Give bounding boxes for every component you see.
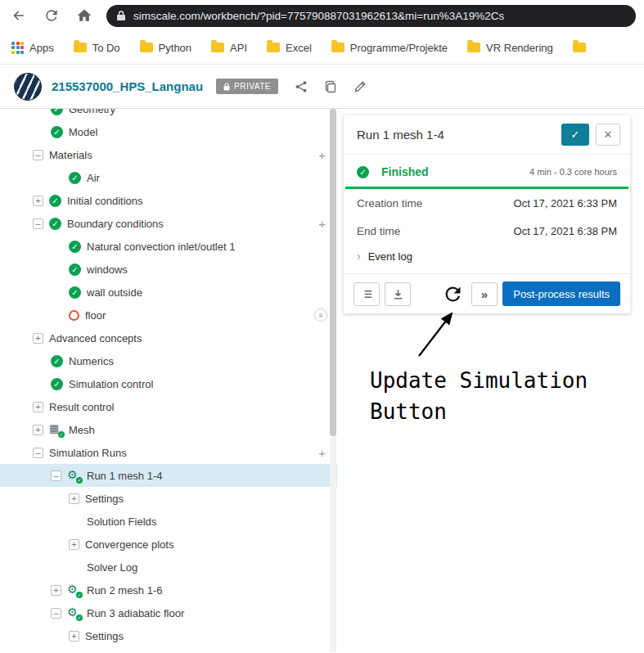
tree-expander-icon[interactable]: –	[33, 218, 43, 229]
copy-icon[interactable]	[324, 80, 337, 93]
chevron-right-icon: ›	[357, 250, 361, 263]
tree-row[interactable]: ✓Air	[0, 166, 337, 189]
more-actions-button[interactable]: »	[471, 282, 498, 306]
address-bar[interactable]: simscale.com/workbench/?pid=775790887031…	[106, 5, 636, 27]
event-log-label: Event log	[368, 250, 412, 263]
double-chevron-icon: »	[481, 287, 488, 301]
status-check-icon: ✓	[51, 126, 63, 138]
tree-expander-icon[interactable]: +	[33, 196, 43, 206]
folder-icon	[267, 43, 280, 52]
tree-expander-icon[interactable]: –	[51, 471, 61, 481]
tree-row[interactable]: +Advanced concepts	[0, 326, 337, 349]
home-icon[interactable]	[74, 5, 95, 26]
tree-row[interactable]: ✓Geometry	[0, 109, 337, 120]
run-gears-icon: ⚙✓	[67, 583, 81, 597]
tree-expander-icon[interactable]: +	[69, 493, 79, 504]
bookmark-item[interactable]: Apps	[11, 42, 54, 54]
run-gears-icon: ⚙✓	[67, 606, 81, 619]
event-log-toggle[interactable]: › Event log	[344, 245, 630, 273]
back-icon[interactable]	[8, 5, 29, 26]
bookmark-item[interactable]: To Do	[74, 42, 120, 54]
tree-item-label: Run 1 mesh 1-4	[87, 470, 163, 482]
update-simulation-button[interactable]	[440, 281, 465, 306]
detail-label: Creation time	[357, 197, 422, 209]
tree-expander-icon[interactable]: +	[51, 585, 61, 596]
tree-row[interactable]: –✓Boundary conditions+	[0, 212, 337, 235]
tree-item-label: Mesh	[69, 424, 95, 436]
confirm-button[interactable]: ✓	[561, 124, 589, 146]
tree-expander-icon[interactable]: –	[33, 150, 43, 160]
tree-item-label: Simulation Runs	[49, 447, 127, 459]
tree-expander-icon[interactable]: –	[51, 608, 61, 619]
tree-row[interactable]: –⚙✓Run 1 mesh 1-4	[0, 464, 337, 487]
tree-row[interactable]: +Convergence plots	[0, 533, 337, 556]
download-button[interactable]	[385, 282, 411, 306]
run-duration: 4 min - 0.3 core hours	[529, 167, 617, 177]
status-check-icon: ✓	[69, 263, 81, 276]
post-process-results-button[interactable]: Post-process results	[502, 281, 620, 306]
folder-icon	[573, 43, 586, 52]
tree-expander-icon[interactable]: +	[33, 333, 43, 344]
bookmark-item[interactable]: API	[211, 42, 247, 54]
annotation-line2: Button	[370, 396, 588, 427]
tree-row[interactable]: +⚙✓Run 2 mesh 1-6	[0, 579, 337, 601]
tree-row[interactable]: +Settings	[0, 487, 337, 510]
check-icon: ✓	[571, 128, 580, 141]
tree-expander-icon[interactable]: +	[69, 631, 79, 642]
tree-expander-icon[interactable]: +	[69, 539, 79, 550]
annotation-arrow	[409, 308, 458, 361]
privacy-badge: PRIVATE	[216, 79, 278, 94]
simscale-logo	[14, 73, 42, 101]
refresh-icon[interactable]	[41, 5, 62, 26]
folder-icon	[140, 43, 153, 52]
event-list-button[interactable]	[354, 282, 380, 306]
tree-row[interactable]: ✓windows	[0, 258, 337, 281]
row-menu-icon[interactable]: ≡	[314, 308, 327, 322]
bookmark-item[interactable]	[573, 43, 586, 52]
tree-row[interactable]: +▦✓Mesh	[0, 418, 337, 441]
bookmark-item[interactable]: Programme/Projekte	[331, 42, 448, 54]
share-icon[interactable]	[295, 80, 308, 93]
tree-item-label: Materials	[49, 149, 92, 161]
edit-pencil-icon[interactable]	[354, 80, 367, 93]
bookmark-item[interactable]: Excel	[267, 42, 312, 54]
run-detail-panel: Run 1 mesh 1-4 ✓ ✕ ✓ Finished 4 min - 0.…	[344, 115, 630, 313]
tree-row[interactable]: ✓Model	[0, 120, 337, 143]
tree-item-label: Settings	[85, 493, 124, 505]
add-icon[interactable]: +	[318, 217, 326, 231]
tree-row[interactable]: +✓Initial conditions	[0, 189, 337, 212]
lock-icon	[116, 10, 126, 21]
bookmark-item[interactable]: Python	[140, 42, 191, 54]
tree-row[interactable]: ✓Numerics	[0, 349, 337, 372]
run-panel-title: Run 1 mesh 1-4	[357, 128, 561, 142]
tree-scrollbar[interactable]	[330, 109, 336, 652]
tree-item-label: Solution Fields	[87, 516, 156, 528]
tree-row[interactable]: +Result control	[0, 395, 337, 418]
tree-scrollbar-thumb[interactable]	[330, 109, 336, 436]
add-icon[interactable]: +	[318, 148, 326, 162]
tree-row[interactable]: –Simulation Runs+	[0, 441, 337, 464]
status-check-icon: ✓	[69, 241, 81, 253]
tree-row[interactable]: ✓wall outside	[0, 281, 337, 304]
annotation-text: Update Simulation Button	[370, 365, 588, 427]
tree-expander-icon[interactable]: +	[33, 402, 43, 412]
tree-row[interactable]: Solution Fields	[0, 510, 337, 533]
tree-expander-icon[interactable]: –	[33, 448, 43, 458]
browser-chrome: simscale.com/workbench/?pid=775790887031…	[0, 0, 644, 31]
close-button[interactable]: ✕	[596, 124, 620, 146]
tree-item-label: floor	[85, 309, 106, 322]
tree-expander-icon[interactable]: +	[33, 425, 43, 435]
tree-row[interactable]: ✓Simulation control	[0, 372, 337, 395]
tree-row[interactable]: ✓Natural convection inlet/outlet 1	[0, 235, 337, 258]
tree-row[interactable]: Solver Log	[0, 556, 337, 579]
bookmark-label: Python	[159, 42, 191, 54]
tree-row[interactable]: –⚙✓Run 3 adiabatic floor	[0, 601, 337, 624]
tree-row[interactable]: –Materials+	[0, 143, 337, 166]
run-toolbar: » Post-process results	[344, 273, 630, 313]
tree-row[interactable]: +Settings	[0, 624, 337, 647]
tree-row[interactable]: floor≡	[0, 304, 337, 326]
bookmark-item[interactable]: VR Rendering	[467, 42, 553, 54]
add-icon[interactable]: +	[318, 446, 326, 460]
project-title[interactable]: 215537000_HPS_Langnau	[52, 79, 203, 93]
tree-item-label: Simulation control	[69, 378, 153, 390]
